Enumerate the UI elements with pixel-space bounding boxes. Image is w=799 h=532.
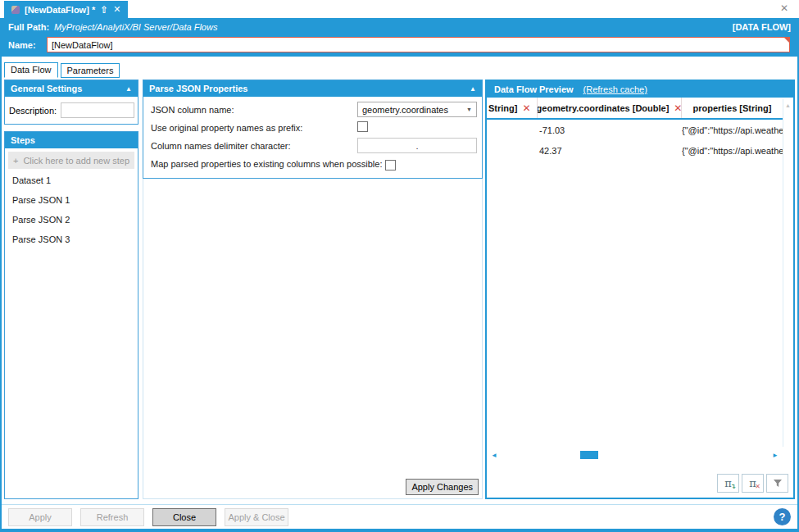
step-item-parse-json-3[interactable]: Parse JSON 3 xyxy=(5,230,138,249)
up-arrow-icon[interactable]: ⇧ xyxy=(100,4,108,16)
name-label: Name: xyxy=(8,40,47,50)
step-item-dataset-1[interactable]: Dataset 1 xyxy=(5,171,138,190)
name-bar: Name: xyxy=(2,36,797,57)
steps-title: Steps xyxy=(11,135,35,145)
map-properties-label: Map parsed properties to existing column… xyxy=(151,159,382,169)
general-settings-title: General Settings xyxy=(11,84,82,93)
description-input[interactable] xyxy=(61,102,134,118)
filter-icon xyxy=(773,479,783,489)
close-button[interactable]: Close xyxy=(152,508,216,526)
step-item-parse-json-2[interactable]: Parse JSON 2 xyxy=(5,210,138,230)
tab-data-flow[interactable]: Data Flow xyxy=(4,62,58,78)
collapse-icon[interactable]: ▲ xyxy=(470,85,476,93)
data-flow-preview-panel: Data Flow Preview (Refresh cache) String… xyxy=(485,80,795,499)
general-settings-header[interactable]: General Settings ▲ xyxy=(5,80,138,97)
tab-parameters[interactable]: Parameters xyxy=(61,63,120,78)
plus-icon: + xyxy=(13,156,18,166)
prefix-checkbox[interactable] xyxy=(357,121,368,132)
scrollbar-thumb[interactable] xyxy=(580,451,598,459)
json-column-name-label: JSON column name: xyxy=(151,105,234,115)
parse-json-properties-group: Parse JSON Properties ▲ JSON column name… xyxy=(143,80,483,179)
chevron-down-icon: ▼ xyxy=(466,107,472,112)
preview-toolbar: π ↴ π ✕ xyxy=(717,474,788,493)
table-row[interactable]: -71.03 {"@id":"https://api.weather.g xyxy=(487,120,783,140)
tab-close-icon[interactable]: ✕ xyxy=(113,4,120,15)
column-insert-button[interactable]: π ↴ xyxy=(717,474,739,493)
parse-json-properties-title: Parse JSON Properties xyxy=(149,84,247,93)
json-column-name-dropdown[interactable]: geometry.coordinates ▼ xyxy=(357,102,477,117)
delimiter-label: Column names delimiter character: xyxy=(151,141,291,151)
add-step-button[interactable]: + Click here to add new step xyxy=(8,152,134,169)
refresh-button[interactable]: Refresh xyxy=(80,508,144,526)
parse-json-properties-header[interactable]: Parse JSON Properties ▲ xyxy=(143,80,482,97)
dataflow-icon xyxy=(11,6,20,14)
preview-title: Data Flow Preview xyxy=(494,84,574,94)
preview-column-headers: String] ✕ geometry.coordinates [Double] … xyxy=(487,98,783,120)
delete-column-icon[interactable]: ✕ xyxy=(674,102,682,114)
document-tab[interactable]: [NewDataFlow] * ⇧ ✕ xyxy=(4,1,128,18)
horizontal-scrollbar[interactable]: ◄ ► xyxy=(491,450,779,461)
data-flow-tab-content: General Settings ▲ Description: Steps + … xyxy=(2,78,797,504)
vertical-scrollbar[interactable]: ▲ xyxy=(783,99,792,447)
scroll-up-icon[interactable]: ▲ xyxy=(785,102,791,108)
left-column: General Settings ▲ Description: Steps + … xyxy=(4,80,138,499)
footer-bar: Apply Refresh Close Apply & Close ? xyxy=(2,504,797,529)
column-header-string[interactable]: String] ✕ xyxy=(487,98,538,118)
apply-changes-button[interactable]: Apply Changes xyxy=(406,479,479,495)
window-close-icon[interactable]: ✕ xyxy=(780,3,788,13)
scroll-left-icon[interactable]: ◄ xyxy=(491,452,497,459)
column-header-geometry-coordinates[interactable]: geometry.coordinates [Double] ✕ xyxy=(538,98,682,118)
add-step-label: Click here to add new step xyxy=(23,156,129,166)
step-item-parse-json-1[interactable]: Parse JSON 1 xyxy=(5,190,138,210)
general-settings-group: General Settings ▲ Description: xyxy=(4,80,138,125)
column-header-properties[interactable]: properties [String] xyxy=(682,98,783,118)
prefix-label: Use original property names as prefix: xyxy=(151,123,302,133)
table-row[interactable]: 42.37 {"@id":"https://api.weather.g xyxy=(487,140,783,161)
steps-group: Steps + Click here to add new step Datas… xyxy=(4,131,138,499)
scroll-right-icon[interactable]: ► xyxy=(772,452,779,459)
map-properties-checkbox[interactable] xyxy=(385,160,396,171)
document-tab-title: [NewDataFlow] * xyxy=(25,5,95,15)
step-properties-panel: Parse JSON Properties ▲ JSON column name… xyxy=(143,80,483,499)
apply-and-close-button[interactable]: Apply & Close xyxy=(225,508,288,526)
description-label: Description: xyxy=(9,106,57,116)
full-path-value: MyProject/AnalytiX/BI Server/Data Flows xyxy=(54,22,217,32)
title-bar: [NewDataFlow] * ⇧ ✕ ✕ xyxy=(0,0,799,18)
name-input[interactable] xyxy=(47,37,790,52)
full-path-bar: Full Path: MyProject/AnalytiX/BI Server/… xyxy=(2,18,797,36)
tab-strip: Data Flow Parameters xyxy=(2,62,797,78)
help-button[interactable]: ? xyxy=(774,508,791,525)
validation-error-marker xyxy=(784,38,789,43)
full-path-label: Full Path: xyxy=(8,22,49,32)
filter-button[interactable] xyxy=(766,474,788,493)
json-column-name-value: geometry.coordinates xyxy=(362,105,448,115)
delete-column-icon[interactable]: ✕ xyxy=(522,102,530,114)
column-remove-button[interactable]: π ✕ xyxy=(742,474,764,493)
editor-frame: Full Path: MyProject/AnalytiX/BI Server/… xyxy=(0,18,799,532)
refresh-cache-link[interactable]: (Refresh cache) xyxy=(583,84,647,94)
delimiter-input[interactable] xyxy=(357,138,477,153)
preview-grid: String] ✕ geometry.coordinates [Double] … xyxy=(487,98,783,161)
document-type-badge: [DATA FLOW] xyxy=(733,22,791,32)
apply-button[interactable]: Apply xyxy=(8,508,72,526)
collapse-icon[interactable]: ▲ xyxy=(125,85,132,93)
steps-header: Steps xyxy=(5,132,138,148)
